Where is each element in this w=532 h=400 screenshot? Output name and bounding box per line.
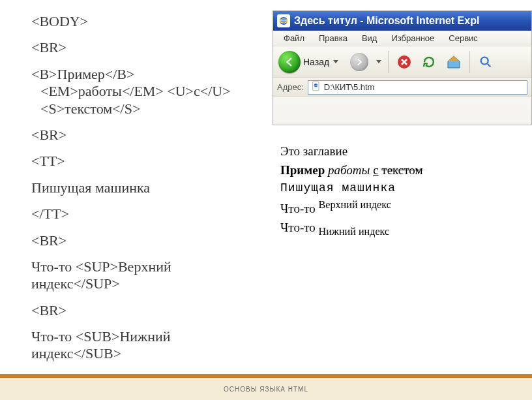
toolbar: Назад	[273, 46, 531, 78]
code-line: <BR>	[31, 127, 253, 144]
menubar: Файл Правка Вид Избранное Сервис	[273, 31, 531, 46]
code-line: <BR>	[31, 232, 253, 249]
toolbar-separator	[469, 51, 470, 73]
code-line: <BR>	[31, 39, 253, 56]
code-line: <BR>	[31, 302, 253, 319]
stop-icon[interactable]	[395, 53, 413, 71]
italic-text: работы	[328, 163, 370, 177]
page-icon	[311, 81, 321, 93]
rendered-heading: Это заглавие	[280, 142, 522, 161]
rendered-sub-line: Что-то Нижний индекс	[280, 219, 522, 239]
menu-service[interactable]: Сервис	[442, 32, 484, 44]
browser-window: Здесь титул - Microsoft Internet Expl Фа…	[273, 10, 532, 125]
back-button[interactable]: Назад	[278, 50, 344, 74]
sup-text: Верхний индекс	[319, 199, 391, 210]
menu-view[interactable]: Вид	[355, 32, 384, 44]
chevron-down-icon	[376, 60, 381, 63]
window-title: Здесь титул - Microsoft Internet Expl	[294, 15, 479, 27]
rendered-output: Это заглавие Пример работы с текстом Пиш…	[280, 142, 522, 239]
slide: <BODY> <BR> <B>Пример</B> <EM>работы</EM…	[0, 0, 532, 400]
address-label: Адрес:	[277, 82, 304, 92]
menu-file[interactable]: Файл	[277, 32, 311, 44]
address-value: D:\КИТ\5.htm	[324, 82, 375, 92]
refresh-icon[interactable]	[420, 53, 438, 71]
code-line: <BODY>	[31, 13, 253, 30]
ie-logo-icon	[277, 14, 290, 27]
code-line: Пишущая машинка	[31, 179, 253, 196]
menu-edit[interactable]: Правка	[312, 32, 354, 44]
code-listing: <BODY> <BR> <B>Пример</B> <EM>работы</EM…	[31, 13, 253, 398]
forward-button[interactable]	[350, 53, 368, 71]
home-icon[interactable]	[445, 53, 463, 71]
rendered-sup-line: Что-то Верхний индекс	[280, 197, 522, 219]
rendered-style-line: Пример работы с текстом	[280, 161, 522, 180]
toolbar-separator	[388, 51, 389, 73]
code-line: <TT>	[31, 153, 253, 170]
menu-favorites[interactable]: Избранное	[385, 32, 441, 44]
code-line: Что-то <SUP>Верхний индекс</SUP>	[31, 258, 253, 293]
back-label: Назад	[303, 57, 329, 67]
address-field[interactable]: D:\КИТ\5.htm	[308, 80, 527, 95]
back-arrow-icon	[278, 51, 301, 73]
rendered-tt: Пишущая машинка	[280, 179, 522, 197]
titlebar: Здесь титул - Microsoft Internet Expl	[273, 11, 531, 31]
chevron-down-icon	[333, 60, 338, 63]
svg-point-3	[481, 57, 488, 64]
sub-text: Нижний индекс	[319, 226, 390, 237]
strike-text: текстом	[381, 163, 422, 177]
footer-text: ОСНОВЫ ЯЗЫКА HTML	[224, 386, 308, 393]
bold-text: Пример	[280, 163, 325, 177]
footer-band: ОСНОВЫ ЯЗЫКА HTML	[0, 374, 532, 400]
code-line: </TT>	[31, 206, 253, 223]
search-icon[interactable]	[477, 53, 495, 71]
code-line: <B>Пример</B> <EM>работы</EM> <U>с</U> <…	[31, 66, 253, 117]
underline-text: с	[373, 163, 378, 177]
address-bar: Адрес: D:\КИТ\5.htm	[273, 78, 531, 97]
code-line: Что-то <SUB>Нижний индекс</SUB>	[31, 328, 253, 363]
